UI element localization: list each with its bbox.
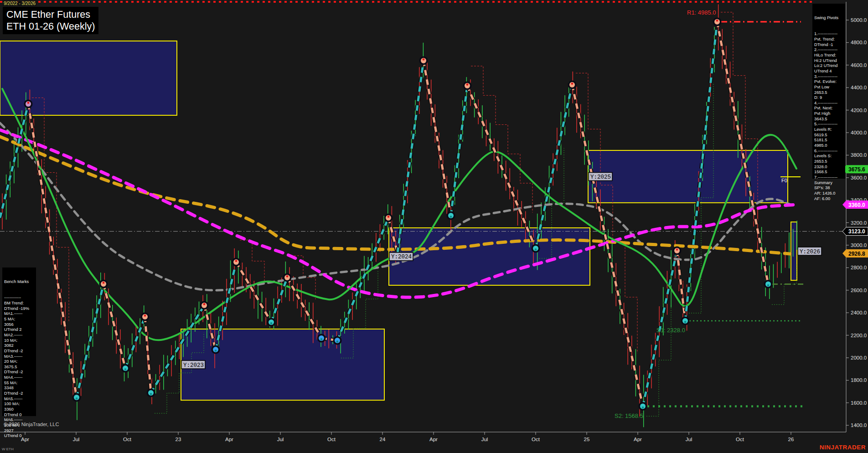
swing-leg-up (398, 61, 424, 253)
price-badge-value: 2926.8 (848, 251, 865, 257)
price-tick-label[interactable]: 4400.0 (851, 85, 867, 90)
level-label-r1: R1: 4985.0 (687, 9, 716, 16)
price-tick-label[interactable]: 4000.0 (851, 130, 867, 135)
panel-line: 4985.0 (814, 143, 843, 149)
swing-leg-up (451, 86, 467, 216)
panel-line: MA4.------ (4, 375, 34, 381)
panel-line: 2653.5 (814, 159, 843, 165)
bench-marks-panel: Bench Marks ------------BM Trend:DTrend … (2, 268, 36, 416)
panel-line: 3643.5 (814, 117, 843, 122)
pivot-marker-dot (450, 216, 452, 218)
price-tick-label[interactable]: 1600.0 (851, 400, 867, 406)
time-tick-label[interactable]: Jul (277, 437, 284, 442)
panel-line: Pvt. Next: (814, 106, 843, 111)
swing-pivots-lines: 1.--------------Pvt. Trend:DTrend -12.--… (814, 31, 843, 201)
swing-pivots-panel: Swing Pivots 1.--------------Pvt. Trend:… (812, 4, 845, 179)
chart-title-line1: CME Ether Futures (6, 9, 95, 21)
ma-line-20-ma (2, 89, 796, 340)
panel-line: Pvt Low (814, 85, 843, 90)
year-range-box (791, 222, 797, 280)
chart-date-range: 9/2022 - 3/2026 (3, 1, 36, 6)
series-tag: W ETH (2, 447, 14, 451)
price-tick-label[interactable]: 1400.0 (851, 422, 867, 428)
time-tick-label[interactable]: 25 (584, 437, 590, 442)
panel-line: 2328.0 (814, 165, 843, 170)
panel-line: 55 MA: (4, 381, 34, 386)
pivot-marker-dot (103, 282, 105, 284)
pivot-marker-dot (571, 82, 574, 85)
panel-line: MA2.------ (4, 333, 34, 338)
price-tick-label[interactable]: 3600.0 (851, 175, 867, 180)
swing-leg-down (103, 284, 125, 368)
price-tick-label[interactable]: 3200.0 (851, 220, 867, 226)
time-tick-label[interactable]: Oct (123, 437, 132, 442)
panel-line: HiLo Trend: (814, 53, 843, 58)
pivot-marker-dot (215, 350, 217, 352)
time-tick-label[interactable]: Oct (327, 437, 336, 442)
panel-line: Pvt High (814, 111, 843, 117)
swing-leg-down (677, 251, 685, 321)
pivot-marker-dot (27, 102, 30, 104)
panel-line: MA1.------ (4, 311, 34, 317)
pivot-marker-dot (684, 321, 687, 323)
year-range-box (181, 329, 384, 400)
panel-line: 1568.5 (814, 170, 843, 175)
price-badge-value: 3360.0 (848, 202, 865, 208)
price-tick-label[interactable]: 2000.0 (851, 355, 867, 360)
panel-line: Levels S: (814, 154, 843, 159)
price-tick-label[interactable]: 3800.0 (851, 152, 867, 158)
panel-line: D: 9 (814, 95, 843, 101)
panel-line: 10 MA: (4, 338, 34, 344)
time-tick-label[interactable]: 24 (380, 437, 386, 442)
pivot-marker-dot (676, 248, 678, 251)
time-tick-label[interactable]: Oct (736, 437, 744, 442)
time-tick-label[interactable]: Apr (634, 437, 642, 442)
panel-line: 5181.5 (814, 138, 843, 143)
price-tick-label[interactable]: 1800.0 (851, 377, 867, 383)
time-tick-label[interactable]: Jul (686, 437, 692, 442)
price-tick-label[interactable]: 4200.0 (851, 108, 867, 113)
panel-line: 1.-------------- (814, 31, 843, 37)
year-label: Y:2026 (800, 249, 820, 255)
swing-pivots-title: Swing Pivots (814, 15, 843, 21)
price-tick-label[interactable]: 2800.0 (851, 265, 867, 270)
time-tick-label[interactable]: Apr (225, 437, 233, 442)
price-tick-label[interactable]: 2400.0 (851, 310, 867, 315)
price-badge-value: 3123.0 (848, 228, 865, 235)
panel-line: DTrend -2 (4, 349, 34, 354)
panel-line: Levels R: (814, 127, 843, 133)
panel-line: 2927 (4, 428, 34, 434)
price-tick-label[interactable]: 4800.0 (851, 40, 867, 45)
pivot-marker-dot (642, 407, 644, 409)
panel-line: 5.-------------- (814, 122, 843, 127)
ninjatrader-chart-window: R1: 4985.0S1: 2328.0S2: 1568.5F0Y:2023Y:… (0, 0, 868, 453)
chart-title-line2: ETH 01-26 (Weekly) (6, 21, 95, 32)
time-tick-label[interactable]: Jul (481, 437, 488, 442)
pivot-marker-dot (716, 20, 718, 22)
pivot-marker-dot (535, 248, 537, 251)
pivot-marker-dot (336, 340, 339, 343)
stop-step-line-red (240, 240, 264, 283)
time-tick-label[interactable]: 23 (176, 437, 181, 442)
panel-line: 4.-------------- (814, 101, 843, 106)
stop-step-line-red (32, 98, 69, 322)
pivot-marker-dot (388, 216, 390, 218)
swing-leg-up (0, 104, 28, 218)
panel-line: 2653.5 (814, 90, 843, 96)
panel-line: Hi:2 UTrend (814, 58, 843, 64)
time-tick-label[interactable]: Apr (429, 437, 438, 442)
price-tick-label[interactable]: 3000.0 (851, 242, 867, 248)
pivot-marker-dot (124, 368, 127, 371)
panel-line: DTrend -19% (4, 306, 34, 312)
price-tick-label[interactable]: 5000.0 (851, 17, 867, 23)
price-tick-label[interactable]: 2600.0 (851, 288, 867, 293)
time-tick-label[interactable]: Oct (532, 437, 540, 442)
pivot-marker-dot (76, 397, 78, 400)
chart-canvas[interactable]: R1: 4985.0S1: 2328.0S2: 1568.5F0Y:2023Y:… (0, 0, 868, 453)
price-tick-label[interactable]: 2200.0 (851, 333, 867, 338)
pivot-marker-dot (466, 83, 469, 86)
price-tick-label[interactable]: 4600.0 (851, 62, 867, 68)
time-tick-label[interactable]: Jul (73, 437, 80, 442)
panel-line: BM Trend: (4, 301, 34, 306)
time-tick-label[interactable]: 26 (788, 437, 794, 442)
